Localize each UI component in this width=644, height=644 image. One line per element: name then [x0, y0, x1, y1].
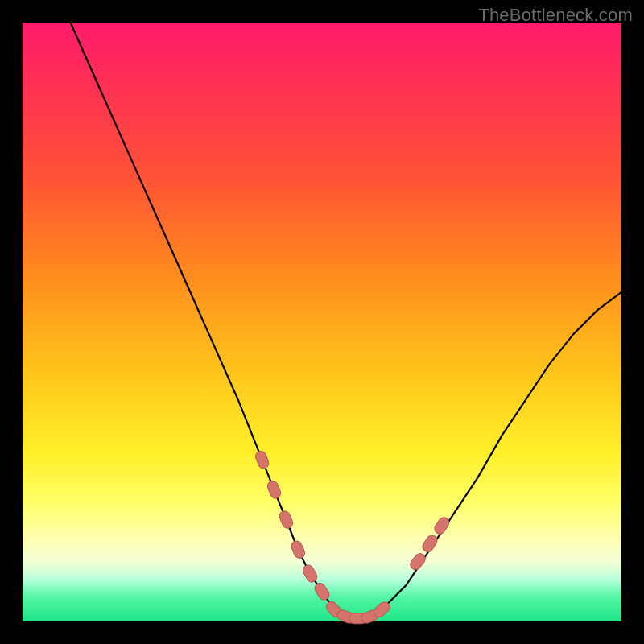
watermark-text: TheBottleneck.com [478, 5, 633, 26]
curve-marker [312, 581, 331, 602]
plot-area [23, 23, 621, 621]
chart-stage: TheBottleneck.com [0, 0, 644, 644]
curve-marker [290, 539, 307, 559]
bottleneck-curve [71, 23, 622, 618]
curve-layer [23, 23, 621, 621]
marker-group [254, 449, 451, 624]
curve-marker [408, 551, 427, 572]
curve-marker [301, 564, 319, 584]
curve-marker [432, 515, 451, 536]
curve-marker [266, 480, 282, 500]
curve-marker [278, 510, 294, 530]
curve-marker [420, 534, 439, 555]
curve-marker [254, 449, 270, 469]
